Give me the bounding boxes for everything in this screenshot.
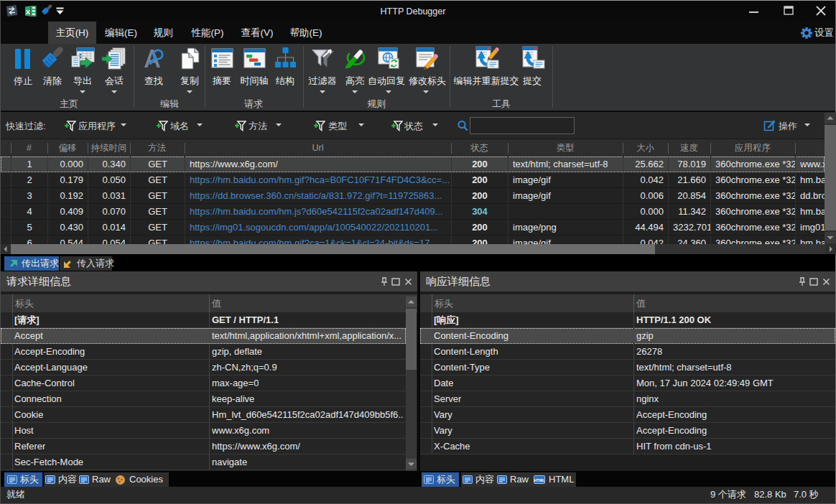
svg-text:HTML: HTML — [534, 478, 545, 482]
